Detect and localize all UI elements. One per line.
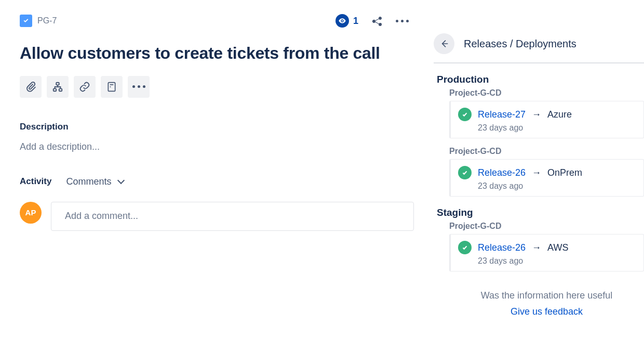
release-target: Azure: [547, 109, 572, 120]
feedback-question: Was the information here useful: [449, 290, 644, 301]
activity-filter-dropdown[interactable]: Comments: [66, 176, 124, 187]
share-button[interactable]: [371, 15, 383, 27]
task-icon: [20, 15, 32, 27]
project-label: Project-G-CD: [434, 147, 644, 156]
avatar: AP: [20, 202, 42, 224]
attachment-icon: [25, 81, 36, 93]
link-button[interactable]: [74, 76, 96, 98]
activity-label: Activity: [20, 176, 51, 187]
success-icon: [458, 166, 472, 179]
link-icon: [79, 81, 90, 93]
svg-rect-1: [53, 88, 57, 91]
release-link[interactable]: Release-26: [478, 167, 526, 178]
chevron-down-icon: [117, 177, 125, 184]
arrow-right-icon: →: [532, 242, 541, 253]
more-toolbar-button[interactable]: [128, 76, 150, 98]
environment-block: Staging Project-G-CD Release-26 → AWS 23…: [434, 207, 644, 271]
dots-icon: [132, 85, 145, 88]
arrow-right-icon: →: [532, 109, 541, 120]
release-target: AWS: [547, 242, 568, 253]
release-card[interactable]: Release-26 → AWS 23 days ago: [449, 234, 644, 271]
description-label: Description: [20, 122, 414, 132]
svg-rect-2: [59, 88, 62, 91]
project-label: Project-G-CD: [434, 88, 644, 98]
environment-name: Staging: [434, 207, 644, 218]
page-button[interactable]: [101, 76, 123, 98]
arrow-right-icon: →: [532, 167, 541, 178]
success-icon: [458, 108, 472, 121]
more-actions-button[interactable]: [396, 20, 409, 22]
svg-rect-0: [56, 82, 59, 85]
release-card[interactable]: Release-26 → OnPrem 23 days ago: [449, 159, 644, 197]
description-field[interactable]: Add a description...: [20, 141, 414, 152]
issue-key[interactable]: PG-7: [37, 16, 57, 25]
attach-button[interactable]: [20, 76, 42, 98]
dots-icon: [396, 20, 409, 22]
environment-block: Production Project-G-CD Release-27 → Azu…: [434, 74, 644, 197]
release-target: OnPrem: [547, 167, 582, 178]
arrow-left-icon: [439, 38, 449, 49]
svg-rect-3: [108, 82, 115, 91]
success-icon: [458, 241, 472, 254]
add-child-button[interactable]: [47, 76, 69, 98]
release-card[interactable]: Release-27 → Azure 23 days ago: [449, 101, 644, 138]
share-icon: [371, 15, 383, 27]
release-age: 23 days ago: [478, 123, 636, 133]
issue-summary[interactable]: Allow customers to create tickets from t…: [20, 43, 414, 64]
back-button[interactable]: [434, 33, 454, 54]
eye-icon: [336, 14, 349, 28]
activity-filter-value: Comments: [66, 176, 111, 187]
page-icon: [106, 81, 117, 93]
release-link[interactable]: Release-26: [478, 242, 526, 253]
comment-input[interactable]: Add a comment...: [51, 202, 414, 231]
release-link[interactable]: Release-27: [478, 109, 526, 120]
project-label: Project-G-CD: [434, 222, 644, 231]
release-age: 23 days ago: [478, 256, 636, 266]
feedback-link[interactable]: Give us feedback: [511, 306, 583, 317]
releases-panel-title: Releases / Deployments: [464, 38, 576, 50]
breadcrumb: PG-7: [20, 15, 57, 27]
release-age: 23 days ago: [478, 182, 636, 191]
watch-count: 1: [353, 16, 358, 27]
environment-name: Production: [434, 74, 644, 85]
child-issue-icon: [52, 81, 63, 93]
watch-button[interactable]: 1: [336, 14, 358, 28]
